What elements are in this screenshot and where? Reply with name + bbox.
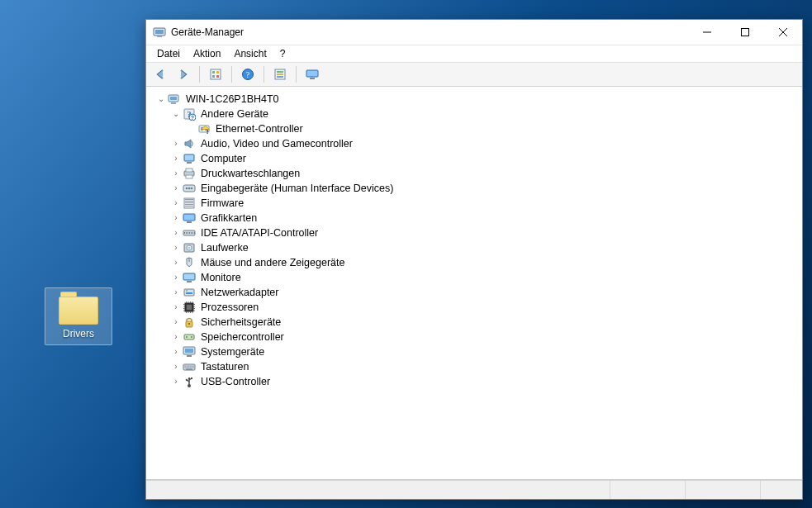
monitor-button[interactable] bbox=[302, 64, 323, 85]
menu-aktion[interactable]: Aktion bbox=[188, 47, 226, 60]
help-icon: ? bbox=[241, 68, 254, 81]
tree-item[interactable]: !Ethernet-Controller bbox=[154, 121, 794, 136]
tree-item[interactable]: ›Druckwarteschlangen bbox=[154, 166, 794, 181]
svg-rect-42 bbox=[185, 201, 193, 202]
svg-rect-15 bbox=[277, 71, 283, 73]
menu-help[interactable]: ? bbox=[274, 47, 292, 60]
tree-item[interactable]: ›Mäuse und andere Zeigegeräte bbox=[154, 255, 794, 270]
back-button[interactable] bbox=[150, 64, 171, 85]
chevron-right-icon[interactable]: › bbox=[171, 213, 181, 223]
chevron-right-icon[interactable]: › bbox=[171, 347, 181, 357]
tree-content[interactable]: ⌄WIN-1C26P1BH4T0⌄??Andere Geräte!Etherne… bbox=[146, 87, 802, 480]
chevron-down-icon[interactable]: ⌄ bbox=[156, 94, 166, 104]
tree-item-label: Mäuse und andere Zeigegeräte bbox=[197, 255, 344, 270]
show-hidden-button[interactable] bbox=[205, 64, 226, 85]
tree-item[interactable]: ›Speichercontroller bbox=[154, 330, 794, 344]
svg-rect-94 bbox=[190, 366, 191, 367]
svg-rect-45 bbox=[185, 206, 193, 207]
chevron-right-icon[interactable]: › bbox=[171, 258, 181, 268]
maximize-icon bbox=[741, 28, 749, 36]
svg-rect-50 bbox=[186, 232, 187, 234]
minimize-button[interactable] bbox=[688, 20, 726, 45]
svg-point-58 bbox=[188, 247, 190, 249]
tree-item[interactable]: ›Systemgeräte bbox=[154, 344, 794, 359]
tree-item-label: Speichercontroller bbox=[197, 330, 284, 344]
window-title: Geräte-Manager bbox=[171, 26, 244, 38]
svg-rect-21 bbox=[170, 97, 177, 100]
chevron-right-icon[interactable]: › bbox=[171, 183, 181, 193]
svg-rect-7 bbox=[211, 69, 221, 79]
svg-rect-41 bbox=[185, 199, 193, 200]
svg-rect-68 bbox=[183, 304, 185, 305]
close-button[interactable] bbox=[764, 20, 802, 45]
monitor-icon bbox=[306, 68, 319, 81]
svg-point-85 bbox=[186, 336, 188, 338]
svg-point-83 bbox=[188, 323, 190, 325]
chevron-right-icon[interactable]: › bbox=[171, 169, 181, 178]
tree-item[interactable]: ⌄WIN-1C26P1BH4T0 bbox=[154, 92, 794, 107]
scan-button[interactable] bbox=[269, 64, 291, 85]
help-button[interactable]: ? bbox=[237, 64, 259, 85]
chevron-right-icon[interactable]: › bbox=[171, 362, 181, 372]
folder-icon bbox=[59, 292, 98, 325]
menu-datei[interactable]: Datei bbox=[151, 47, 186, 60]
tree-item-label: Ethernet-Controller bbox=[212, 121, 303, 136]
tree-item[interactable]: ›Audio, Video und Gamecontroller bbox=[154, 136, 794, 151]
close-icon bbox=[779, 28, 787, 36]
chevron-right-icon[interactable]: › bbox=[171, 317, 181, 327]
chevron-right-icon[interactable]: › bbox=[171, 332, 181, 342]
menu-ansicht[interactable]: Ansicht bbox=[228, 47, 272, 60]
network-icon bbox=[183, 286, 196, 299]
chevron-right-icon[interactable]: › bbox=[171, 154, 181, 164]
chevron-right-icon[interactable]: › bbox=[171, 198, 181, 208]
chevron-right-icon[interactable]: › bbox=[171, 273, 181, 282]
tree-item[interactable]: ›Tastaturen bbox=[154, 359, 794, 374]
svg-point-63 bbox=[186, 290, 188, 292]
svg-text:?: ? bbox=[191, 115, 194, 121]
svg-rect-4 bbox=[742, 29, 749, 36]
tree-item[interactable]: ›Eingabegeräte (Human Interface Devices) bbox=[154, 181, 794, 196]
monitor-icon bbox=[183, 271, 196, 284]
svg-rect-102 bbox=[193, 368, 194, 368]
tree-item[interactable]: ›Grafikkarten bbox=[154, 211, 794, 226]
svg-rect-77 bbox=[193, 308, 195, 309]
tree-item[interactable]: ›Monitore bbox=[154, 270, 794, 285]
svg-point-105 bbox=[186, 379, 188, 381]
tree-item-label: Eingabegeräte (Human Interface Devices) bbox=[197, 181, 393, 196]
tree-item[interactable]: ›IDE ATA/ATAPI-Controller bbox=[154, 226, 794, 240]
svg-rect-76 bbox=[183, 308, 185, 309]
scan-icon bbox=[273, 68, 287, 81]
keyboard-icon bbox=[183, 360, 196, 373]
tree-item[interactable]: ›Netzwerkadapter bbox=[154, 285, 794, 300]
chevron-right-icon[interactable]: › bbox=[171, 139, 181, 149]
chevron-right-icon[interactable]: › bbox=[171, 377, 181, 387]
svg-rect-88 bbox=[185, 349, 193, 353]
tree-item-label: Laufwerke bbox=[197, 240, 249, 255]
svg-rect-55 bbox=[194, 232, 195, 234]
titlebar[interactable]: Geräte-Manager bbox=[146, 20, 802, 45]
tree-item-label: Computer bbox=[197, 151, 246, 166]
svg-rect-16 bbox=[277, 74, 283, 75]
device-manager-window: Geräte-Manager Datei Aktion Ansicht ? bbox=[145, 19, 803, 500]
tree-item[interactable]: ›USB-Controller bbox=[154, 374, 794, 389]
chevron-right-icon[interactable]: › bbox=[171, 287, 181, 297]
display-icon bbox=[183, 211, 196, 225]
status-cell-2 bbox=[610, 481, 685, 499]
tree-item[interactable]: ›Computer bbox=[154, 151, 794, 166]
chevron-right-icon[interactable]: › bbox=[171, 302, 181, 312]
chevron-down-icon[interactable]: ⌄ bbox=[171, 109, 181, 119]
svg-rect-95 bbox=[192, 366, 192, 367]
tree-item[interactable]: ⌄??Andere Geräte bbox=[154, 107, 794, 121]
status-cell-3 bbox=[685, 481, 760, 499]
tree-item[interactable]: ›Laufwerke bbox=[154, 240, 794, 255]
tree-item[interactable]: ›Prozessoren bbox=[154, 300, 794, 315]
desktop-folder-drivers[interactable]: Drivers bbox=[45, 287, 112, 345]
tree-item[interactable]: ›Sicherheitsgeräte bbox=[154, 315, 794, 330]
tree-item[interactable]: ›Firmware bbox=[154, 196, 794, 211]
chevron-right-icon[interactable]: › bbox=[171, 228, 181, 238]
forward-button[interactable] bbox=[173, 64, 194, 85]
maximize-button[interactable] bbox=[726, 20, 764, 45]
svg-rect-92 bbox=[187, 366, 188, 367]
chevron-right-icon[interactable]: › bbox=[171, 243, 181, 253]
svg-rect-31 bbox=[184, 154, 194, 161]
